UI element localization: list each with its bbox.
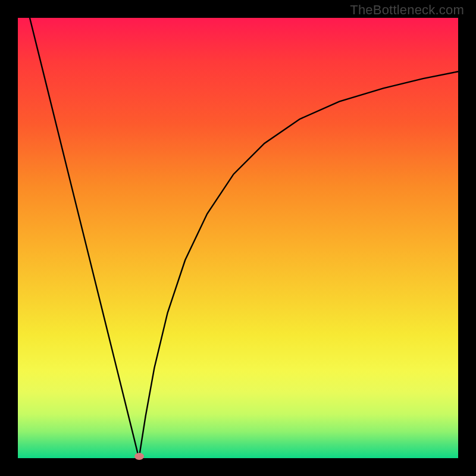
- bottleneck-curve: [18, 18, 458, 458]
- chart-frame: TheBottleneck.com: [0, 0, 476, 476]
- watermark-text: TheBottleneck.com: [350, 2, 464, 18]
- dip-marker: [134, 453, 144, 460]
- curve-right-branch: [139, 71, 459, 458]
- curve-left-branch: [30, 18, 139, 458]
- plot-area: [18, 18, 458, 458]
